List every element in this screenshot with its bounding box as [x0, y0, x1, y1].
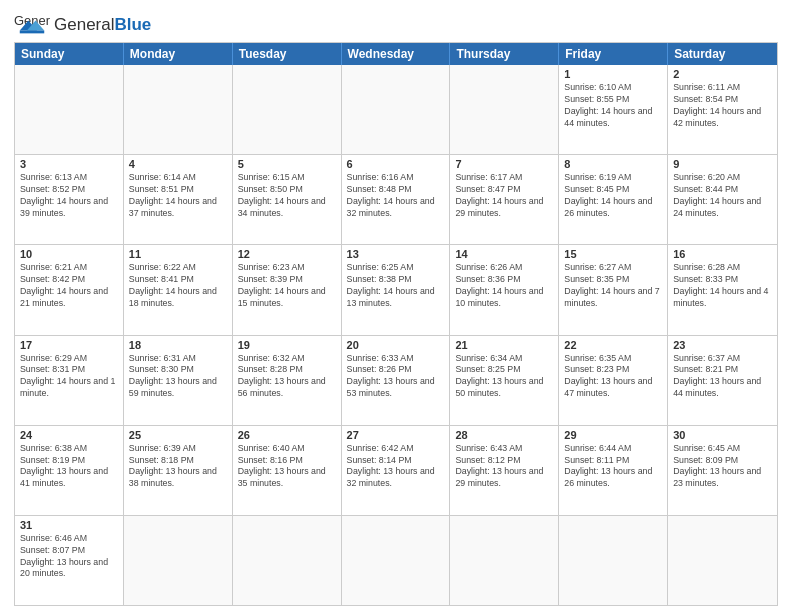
day-info: Sunrise: 6:25 AM Sunset: 8:38 PM Dayligh…	[347, 262, 445, 310]
day-info: Sunrise: 6:17 AM Sunset: 8:47 PM Dayligh…	[455, 172, 553, 220]
day-info: Sunrise: 6:37 AM Sunset: 8:21 PM Dayligh…	[673, 353, 772, 401]
day-info: Sunrise: 6:23 AM Sunset: 8:39 PM Dayligh…	[238, 262, 336, 310]
day-number: 11	[129, 248, 227, 260]
day-number: 15	[564, 248, 662, 260]
calendar-body: 1Sunrise: 6:10 AM Sunset: 8:55 PM Daylig…	[15, 65, 777, 605]
day-number: 17	[20, 339, 118, 351]
calendar-cell: 30Sunrise: 6:45 AM Sunset: 8:09 PM Dayli…	[668, 426, 777, 515]
day-number: 27	[347, 429, 445, 441]
day-info: Sunrise: 6:35 AM Sunset: 8:23 PM Dayligh…	[564, 353, 662, 401]
calendar-row-5: 31Sunrise: 6:46 AM Sunset: 8:07 PM Dayli…	[15, 515, 777, 605]
weekday-header-monday: Monday	[124, 43, 233, 65]
svg-rect-3	[20, 30, 44, 33]
calendar-cell: 20Sunrise: 6:33 AM Sunset: 8:26 PM Dayli…	[342, 336, 451, 425]
calendar-cell: 12Sunrise: 6:23 AM Sunset: 8:39 PM Dayli…	[233, 245, 342, 334]
day-number: 16	[673, 248, 772, 260]
calendar-cell	[124, 65, 233, 154]
day-info: Sunrise: 6:10 AM Sunset: 8:55 PM Dayligh…	[564, 82, 662, 130]
calendar-cell	[668, 516, 777, 605]
calendar-cell	[15, 65, 124, 154]
calendar-cell: 13Sunrise: 6:25 AM Sunset: 8:38 PM Dayli…	[342, 245, 451, 334]
calendar-cell: 15Sunrise: 6:27 AM Sunset: 8:35 PM Dayli…	[559, 245, 668, 334]
weekday-header-thursday: Thursday	[450, 43, 559, 65]
calendar-row-2: 10Sunrise: 6:21 AM Sunset: 8:42 PM Dayli…	[15, 244, 777, 334]
day-number: 4	[129, 158, 227, 170]
calendar-row-1: 3Sunrise: 6:13 AM Sunset: 8:52 PM Daylig…	[15, 154, 777, 244]
day-info: Sunrise: 6:33 AM Sunset: 8:26 PM Dayligh…	[347, 353, 445, 401]
day-number: 7	[455, 158, 553, 170]
calendar-cell: 9Sunrise: 6:20 AM Sunset: 8:44 PM Daylig…	[668, 155, 777, 244]
day-number: 13	[347, 248, 445, 260]
calendar-cell	[450, 516, 559, 605]
day-number: 30	[673, 429, 772, 441]
calendar-cell: 1Sunrise: 6:10 AM Sunset: 8:55 PM Daylig…	[559, 65, 668, 154]
day-info: Sunrise: 6:34 AM Sunset: 8:25 PM Dayligh…	[455, 353, 553, 401]
day-info: Sunrise: 6:32 AM Sunset: 8:28 PM Dayligh…	[238, 353, 336, 401]
day-number: 3	[20, 158, 118, 170]
calendar-cell: 28Sunrise: 6:43 AM Sunset: 8:12 PM Dayli…	[450, 426, 559, 515]
calendar-cell	[559, 516, 668, 605]
calendar-row-4: 24Sunrise: 6:38 AM Sunset: 8:19 PM Dayli…	[15, 425, 777, 515]
calendar-cell	[233, 516, 342, 605]
day-number: 5	[238, 158, 336, 170]
calendar-cell: 5Sunrise: 6:15 AM Sunset: 8:50 PM Daylig…	[233, 155, 342, 244]
day-number: 9	[673, 158, 772, 170]
day-number: 10	[20, 248, 118, 260]
calendar-cell: 25Sunrise: 6:39 AM Sunset: 8:18 PM Dayli…	[124, 426, 233, 515]
logo: General GeneralBlue	[14, 10, 151, 38]
calendar-cell: 2Sunrise: 6:11 AM Sunset: 8:54 PM Daylig…	[668, 65, 777, 154]
weekday-header-friday: Friday	[559, 43, 668, 65]
day-info: Sunrise: 6:38 AM Sunset: 8:19 PM Dayligh…	[20, 443, 118, 491]
day-number: 20	[347, 339, 445, 351]
day-info: Sunrise: 6:44 AM Sunset: 8:11 PM Dayligh…	[564, 443, 662, 491]
day-number: 19	[238, 339, 336, 351]
calendar-cell: 8Sunrise: 6:19 AM Sunset: 8:45 PM Daylig…	[559, 155, 668, 244]
day-number: 28	[455, 429, 553, 441]
calendar: SundayMondayTuesdayWednesdayThursdayFrid…	[14, 42, 778, 606]
day-info: Sunrise: 6:46 AM Sunset: 8:07 PM Dayligh…	[20, 533, 118, 581]
day-number: 2	[673, 68, 772, 80]
weekday-header-saturday: Saturday	[668, 43, 777, 65]
day-number: 22	[564, 339, 662, 351]
day-number: 26	[238, 429, 336, 441]
logo-icon: General	[14, 10, 50, 38]
calendar-cell: 31Sunrise: 6:46 AM Sunset: 8:07 PM Dayli…	[15, 516, 124, 605]
day-info: Sunrise: 6:28 AM Sunset: 8:33 PM Dayligh…	[673, 262, 772, 310]
day-info: Sunrise: 6:21 AM Sunset: 8:42 PM Dayligh…	[20, 262, 118, 310]
calendar-cell: 16Sunrise: 6:28 AM Sunset: 8:33 PM Dayli…	[668, 245, 777, 334]
calendar-cell: 7Sunrise: 6:17 AM Sunset: 8:47 PM Daylig…	[450, 155, 559, 244]
day-number: 25	[129, 429, 227, 441]
calendar-cell	[233, 65, 342, 154]
calendar-cell: 26Sunrise: 6:40 AM Sunset: 8:16 PM Dayli…	[233, 426, 342, 515]
header: General GeneralBlue	[14, 10, 778, 38]
weekday-header-tuesday: Tuesday	[233, 43, 342, 65]
calendar-row-0: 1Sunrise: 6:10 AM Sunset: 8:55 PM Daylig…	[15, 65, 777, 154]
day-info: Sunrise: 6:11 AM Sunset: 8:54 PM Dayligh…	[673, 82, 772, 130]
calendar-cell: 14Sunrise: 6:26 AM Sunset: 8:36 PM Dayli…	[450, 245, 559, 334]
calendar-cell: 4Sunrise: 6:14 AM Sunset: 8:51 PM Daylig…	[124, 155, 233, 244]
day-number: 23	[673, 339, 772, 351]
day-number: 18	[129, 339, 227, 351]
day-info: Sunrise: 6:15 AM Sunset: 8:50 PM Dayligh…	[238, 172, 336, 220]
day-number: 6	[347, 158, 445, 170]
logo-text: GeneralBlue	[54, 16, 151, 33]
day-info: Sunrise: 6:20 AM Sunset: 8:44 PM Dayligh…	[673, 172, 772, 220]
day-number: 14	[455, 248, 553, 260]
day-info: Sunrise: 6:14 AM Sunset: 8:51 PM Dayligh…	[129, 172, 227, 220]
day-info: Sunrise: 6:31 AM Sunset: 8:30 PM Dayligh…	[129, 353, 227, 401]
calendar-header: SundayMondayTuesdayWednesdayThursdayFrid…	[15, 43, 777, 65]
calendar-cell: 10Sunrise: 6:21 AM Sunset: 8:42 PM Dayli…	[15, 245, 124, 334]
calendar-cell: 19Sunrise: 6:32 AM Sunset: 8:28 PM Dayli…	[233, 336, 342, 425]
calendar-cell: 6Sunrise: 6:16 AM Sunset: 8:48 PM Daylig…	[342, 155, 451, 244]
day-info: Sunrise: 6:27 AM Sunset: 8:35 PM Dayligh…	[564, 262, 662, 310]
day-number: 24	[20, 429, 118, 441]
day-info: Sunrise: 6:19 AM Sunset: 8:45 PM Dayligh…	[564, 172, 662, 220]
day-number: 12	[238, 248, 336, 260]
day-info: Sunrise: 6:22 AM Sunset: 8:41 PM Dayligh…	[129, 262, 227, 310]
page: General GeneralBlue SundayMondayTuesdayW…	[0, 0, 792, 612]
calendar-cell: 17Sunrise: 6:29 AM Sunset: 8:31 PM Dayli…	[15, 336, 124, 425]
day-number: 29	[564, 429, 662, 441]
weekday-header-sunday: Sunday	[15, 43, 124, 65]
day-info: Sunrise: 6:43 AM Sunset: 8:12 PM Dayligh…	[455, 443, 553, 491]
weekday-header-wednesday: Wednesday	[342, 43, 451, 65]
